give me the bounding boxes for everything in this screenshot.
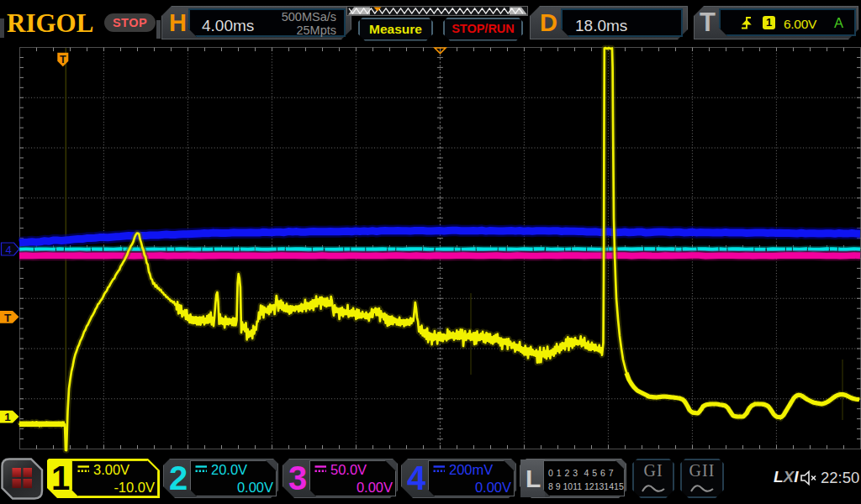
svg-text:1: 1 [4,411,11,423]
svg-text:4: 4 [5,244,11,256]
svg-text:T: T [60,54,66,66]
svg-text:T: T [4,312,12,324]
